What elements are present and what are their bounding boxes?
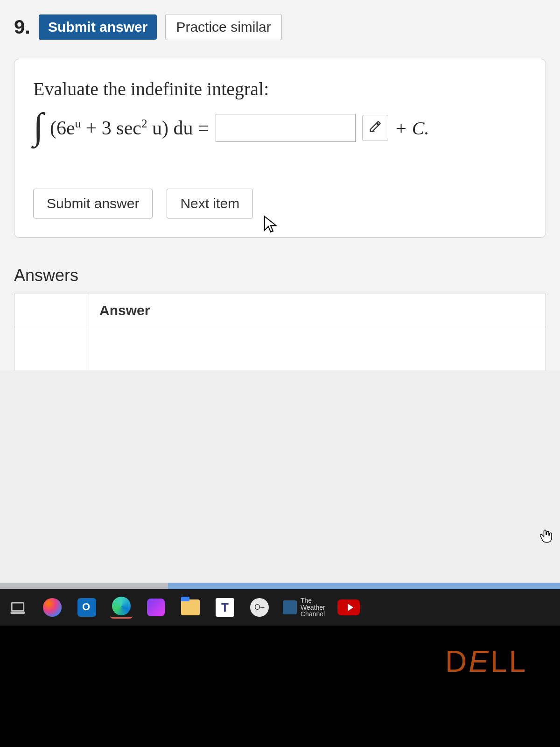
plus-constant-label: + C. bbox=[395, 117, 429, 139]
task-view-button[interactable] bbox=[7, 596, 29, 619]
equation-editor-button[interactable] bbox=[362, 115, 388, 141]
answers-table: Answer bbox=[14, 294, 546, 370]
integral-symbol: ∫ bbox=[33, 113, 43, 139]
weather-icon bbox=[283, 600, 297, 614]
table-row bbox=[14, 327, 546, 370]
copilot-button[interactable] bbox=[41, 596, 63, 619]
answer-input[interactable] bbox=[216, 114, 356, 142]
youtube-button[interactable] bbox=[337, 596, 360, 619]
outlook-icon bbox=[77, 598, 96, 617]
weather-widget[interactable]: The Weather Channel bbox=[283, 597, 325, 618]
pencil-icon bbox=[369, 120, 382, 136]
taskbar-region: T O– The Weather Channel DELL bbox=[0, 583, 560, 747]
file-explorer-button[interactable] bbox=[179, 596, 202, 619]
practice-similar-button[interactable]: Practice similar bbox=[165, 14, 281, 40]
integral-expression-row: ∫ (6eu + 3 sec2 u) du = + C. bbox=[33, 114, 527, 142]
submit-answer-button[interactable]: Submit answer bbox=[33, 189, 153, 218]
table-header-row: Answer bbox=[14, 294, 546, 327]
monitor-bezel: DELL bbox=[0, 626, 560, 747]
col-answer: Answer bbox=[89, 294, 546, 327]
answers-heading: Answers bbox=[14, 266, 546, 285]
windows-taskbar: T O– The Weather Channel bbox=[0, 589, 560, 626]
question-card: Evaluate the indefinite integral: ∫ (6eu… bbox=[14, 59, 546, 238]
generic-round-icon: O– bbox=[250, 598, 269, 617]
teams-icon: T bbox=[216, 598, 234, 617]
edge-browser-button[interactable] bbox=[110, 596, 133, 619]
submit-answer-top-button[interactable]: Submit answer bbox=[39, 14, 157, 40]
question-header: 9. Submit answer Practice similar bbox=[14, 14, 546, 40]
integrand-expression: (6eu + 3 sec2 u) du = bbox=[50, 117, 209, 139]
hand-cursor-icon bbox=[538, 528, 554, 546]
copilot-icon bbox=[43, 598, 62, 617]
outlook-button[interactable] bbox=[76, 596, 98, 619]
teams-button[interactable]: T bbox=[214, 596, 236, 619]
dell-logo: DELL bbox=[445, 644, 527, 679]
youtube-icon bbox=[337, 599, 360, 615]
question-actions: Submit answer Next item bbox=[33, 189, 527, 218]
clipchamp-button[interactable] bbox=[145, 596, 167, 619]
svg-rect-1 bbox=[11, 612, 24, 613]
folder-icon bbox=[181, 599, 200, 615]
question-prompt: Evaluate the indefinite integral: bbox=[33, 78, 527, 100]
next-item-button[interactable]: Next item bbox=[167, 189, 253, 218]
cell-answer bbox=[89, 327, 546, 370]
cell-blank bbox=[14, 327, 89, 370]
clipchamp-icon bbox=[147, 599, 165, 616]
window-accent-bar bbox=[0, 583, 560, 589]
question-number: 9. bbox=[14, 16, 30, 38]
edge-icon bbox=[112, 597, 131, 615]
weather-text: The Weather Channel bbox=[301, 597, 325, 618]
col-blank bbox=[14, 294, 89, 327]
generic-app-button[interactable]: O– bbox=[248, 596, 271, 619]
svg-rect-0 bbox=[12, 603, 24, 611]
